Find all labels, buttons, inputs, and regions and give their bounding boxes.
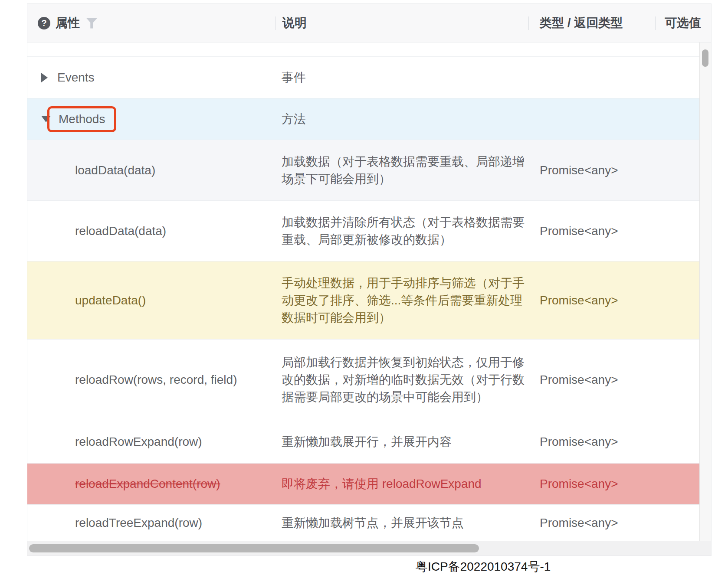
row-description: 手动处理数据，用于手动排序与筛选（对于手动更改了排序、筛选...等条件后需要重新… (275, 268, 528, 333)
row-description: 重新懒加载树节点，并展开该节点 (275, 507, 528, 539)
method-name: updateData() (27, 294, 275, 307)
table-row-reloadRowExpand[interactable]: reloadRowExpand(row) 重新懒加载展开行，并展开内容 Prom… (27, 420, 699, 464)
row-description: 重新懒加载展开行，并展开内容 (275, 426, 528, 457)
row-description: 事件 (275, 62, 528, 93)
methods-annotation-box: Methods (47, 106, 116, 132)
method-name: reloadTreeExpand(row) (27, 516, 275, 530)
row-description: 即将废弃，请使用 reloadRowExpand (275, 468, 528, 500)
row-type: Promise<any> (528, 163, 655, 177)
icp-license-link[interactable]: 粤ICP备2022010374号-1 (416, 559, 551, 575)
row-description: 局部加载行数据并恢复到初始状态，仅用于修改的数据，对新增的临时数据无效（对于行数… (275, 347, 528, 413)
row-type: Promise<any> (528, 477, 655, 491)
method-name: reloadRow(rows, record, field) (27, 373, 275, 387)
group-label: Events (57, 71, 95, 85)
row-type: Promise<any> (528, 373, 655, 387)
filter-icon[interactable] (86, 18, 98, 29)
api-table: ? 属性 说明 类型 / 返回类型 可选值 Events (27, 3, 712, 556)
header-divider (528, 16, 529, 30)
header-divider (655, 16, 656, 30)
table-row-events-group[interactable]: Events 事件 (27, 57, 699, 98)
table-header: ? 属性 说明 类型 / 返回类型 可选值 (27, 4, 711, 42)
table-body: Events 事件 Methods 方法 loa (27, 42, 711, 555)
header-cell-property: ? 属性 (27, 15, 275, 31)
horizontal-scrollbar[interactable] (27, 541, 711, 555)
help-icon[interactable]: ? (38, 17, 50, 29)
method-name-deprecated: reloadExpandContent(row) (27, 477, 275, 491)
row-type: Promise<any> (528, 294, 655, 307)
method-name: loadData(data) (27, 163, 275, 177)
chevron-right-icon[interactable] (41, 73, 48, 82)
table-row-loadData[interactable]: loadData(data) 加载数据（对于表格数据需要重载、局部递增场景下可能… (27, 140, 699, 201)
group-toggle-methods[interactable]: Methods (27, 106, 275, 132)
row-description: 加载数据（对于表格数据需要重载、局部递增场景下可能会用到） (275, 146, 528, 195)
group-label: Methods (59, 112, 105, 126)
row-type: Promise<any> (528, 224, 655, 238)
table-row-methods-group[interactable]: Methods 方法 (27, 98, 699, 140)
header-cell-options: 可选值 (655, 15, 711, 31)
method-name: reloadRowExpand(row) (27, 435, 275, 449)
table-row-updateData[interactable]: updateData() 手动处理数据，用于手动排序与筛选（对于手动更改了排序、… (27, 261, 699, 340)
header-divider (275, 16, 276, 30)
table-row-reloadData[interactable]: reloadData(data) 加载数据并清除所有状态（对于表格数据需要重载、… (27, 201, 699, 261)
vertical-scrollbar[interactable] (699, 42, 711, 541)
row-description: 加载数据并清除所有状态（对于表格数据需要重载、局部更新被修改的数据） (275, 207, 528, 255)
header-property-label: 属性 (56, 15, 80, 31)
vertical-scrollbar-thumb[interactable] (702, 49, 708, 67)
row-type: Promise<any> (528, 516, 655, 530)
header-cell-type: 类型 / 返回类型 (528, 15, 655, 31)
group-toggle-events[interactable]: Events (27, 71, 275, 85)
header-cell-description: 说明 (275, 15, 528, 31)
row-description: 方法 (275, 104, 528, 135)
method-name: reloadData(data) (27, 224, 275, 238)
table-row-partial (27, 42, 699, 57)
table-row-reloadExpandContent[interactable]: reloadExpandContent(row) 即将废弃，请使用 reload… (27, 464, 699, 505)
table-row-reloadTreeExpand[interactable]: reloadTreeExpand(row) 重新懒加载树节点，并展开该节点 Pr… (27, 505, 699, 541)
row-type: Promise<any> (528, 435, 655, 449)
table-row-reloadRow[interactable]: reloadRow(rows, record, field) 局部加载行数据并恢… (27, 340, 699, 420)
horizontal-scrollbar-thumb[interactable] (29, 544, 479, 552)
